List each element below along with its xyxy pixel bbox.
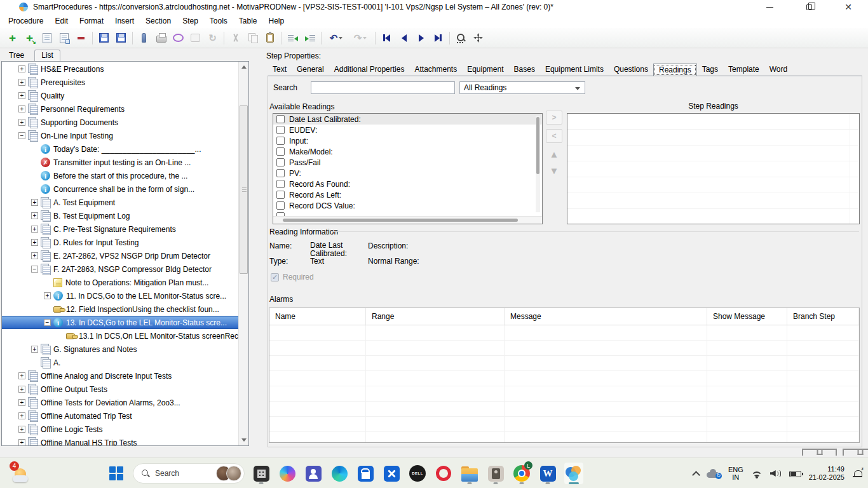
clock[interactable]: 11:49 21-02-2025: [809, 465, 844, 482]
tree-item[interactable]: +Offline Output Tests: [2, 383, 238, 396]
edge-button[interactable]: [330, 463, 349, 484]
move-down-button[interactable]: ▼: [546, 163, 562, 177]
add-step-button[interactable]: +: [4, 30, 21, 46]
notification-bell-icon[interactable]: z: [853, 470, 862, 478]
expand-icon[interactable]: +: [44, 292, 51, 299]
tree-item[interactable]: +D. Rules for Input Testing: [2, 236, 238, 249]
spellcheck-button[interactable]: [170, 30, 187, 46]
tab-template[interactable]: Template: [723, 64, 764, 76]
search-input[interactable]: [311, 81, 455, 94]
tree-item[interactable]: +Offline Tests for Deviation Alarms, 2oo…: [2, 396, 238, 409]
available-reading-row[interactable]: Make/Model:: [273, 146, 542, 157]
minimize-button[interactable]: [750, 0, 789, 14]
start-button[interactable]: [107, 463, 126, 484]
expand-icon[interactable]: +: [18, 386, 25, 393]
menu-step[interactable]: Step: [177, 15, 204, 27]
tree-item[interactable]: +Quality: [2, 89, 238, 102]
nav-next-button[interactable]: [412, 30, 430, 46]
copy-button[interactable]: [244, 30, 261, 46]
print-button[interactable]: [153, 30, 170, 46]
tab-readings[interactable]: Readings: [653, 64, 697, 76]
menu-section[interactable]: Section: [140, 15, 177, 27]
refresh-button[interactable]: ↻: [204, 30, 221, 46]
tree-item[interactable]: +Offline Manual HS Trip Tests: [2, 436, 238, 446]
nav-previous-button[interactable]: [395, 30, 412, 46]
available-hscrollbar-thumb[interactable]: [283, 219, 518, 222]
tab-equipment[interactable]: Equipment: [462, 64, 508, 76]
tree-item[interactable]: Transmitter input testing is an On-Line …: [2, 156, 238, 169]
tab-word[interactable]: Word: [764, 64, 792, 76]
reading-checkbox[interactable]: [276, 147, 285, 156]
outline-view-button[interactable]: [38, 30, 55, 46]
paste-button[interactable]: [261, 30, 278, 46]
menu-tools[interactable]: Tools: [204, 15, 233, 27]
alarms-column-header[interactable]: Range: [366, 308, 505, 325]
tree-item[interactable]: +B. Test Equipment Log: [2, 209, 238, 222]
alarms-column-header[interactable]: Name: [269, 308, 366, 325]
volume-icon[interactable]: [770, 469, 782, 478]
opera-button[interactable]: [434, 463, 453, 484]
reading-checkbox[interactable]: [276, 158, 285, 166]
reading-checkbox[interactable]: [276, 126, 285, 134]
reading-checkbox[interactable]: [276, 180, 285, 188]
restore-button[interactable]: [789, 0, 829, 14]
store-button[interactable]: [356, 463, 375, 484]
available-scrollbar-thumb[interactable]: [536, 117, 539, 174]
tree-item[interactable]: +Personnel Requirements: [2, 102, 238, 116]
tab-attachments[interactable]: Attachments: [409, 64, 462, 76]
tab-additional-properties[interactable]: Additional Properties: [329, 64, 410, 76]
tree-item[interactable]: +Offline Automated Trip Test: [2, 409, 238, 423]
expand-icon[interactable]: +: [31, 226, 38, 233]
tree-item[interactable]: +Offline Logic Tests: [2, 423, 238, 436]
tab-tree[interactable]: Tree: [3, 50, 31, 61]
expand-icon[interactable]: +: [18, 65, 25, 72]
expand-icon[interactable]: +: [18, 399, 25, 406]
available-reading-row[interactable]: Input:: [273, 135, 542, 146]
expand-icon[interactable]: +: [18, 372, 25, 379]
tree-item[interactable]: +E. 2AT-2862, VPS2 NSGP Drip Drum Detect…: [2, 249, 238, 262]
reading-checkbox[interactable]: [276, 137, 285, 145]
reading-checkbox[interactable]: [276, 191, 285, 199]
people-app-button[interactable]: [486, 463, 505, 484]
outdent-button[interactable]: [284, 30, 301, 46]
tree-item[interactable]: +Prerequisites: [2, 76, 238, 89]
tab-tags[interactable]: Tags: [697, 64, 723, 76]
chrome-button[interactable]: L: [512, 463, 531, 484]
tab-bases[interactable]: Bases: [509, 64, 540, 76]
taskbar-search[interactable]: Search: [133, 463, 245, 484]
grip-segment[interactable]: [843, 449, 868, 456]
available-reading-row[interactable]: EUDEV:: [273, 125, 542, 135]
expand-icon[interactable]: +: [31, 212, 38, 219]
alarms-column-header[interactable]: Message: [505, 308, 707, 325]
tree-item[interactable]: +Offline Analog and Discrete Input Tests: [2, 369, 238, 383]
move-up-button[interactable]: ▲: [546, 147, 562, 161]
reading-checkbox[interactable]: [276, 201, 285, 210]
expand-icon[interactable]: +: [18, 426, 25, 433]
tab-questions[interactable]: Questions: [609, 64, 653, 76]
tab-equipment-limits[interactable]: Equipment Limits: [540, 64, 609, 76]
teams-button[interactable]: [304, 463, 323, 484]
expand-icon[interactable]: +: [18, 92, 25, 99]
tab-text[interactable]: Text: [268, 64, 292, 76]
collapse-icon[interactable]: −: [31, 266, 38, 273]
available-reading-row[interactable]: Record As Found:: [273, 179, 542, 189]
close-button[interactable]: [829, 0, 868, 14]
dell-button[interactable]: DELL: [408, 463, 427, 484]
expand-icon[interactable]: +: [18, 119, 25, 126]
file-explorer-button[interactable]: [460, 463, 479, 484]
expand-icon[interactable]: +: [18, 105, 25, 112]
expand-icon[interactable]: +: [18, 412, 25, 419]
weather-widget[interactable]: 4: [9, 462, 34, 485]
available-reading-row[interactable]: Date Last Calibrated:: [273, 114, 542, 125]
tree-scrollbar[interactable]: [238, 62, 248, 445]
battery-icon[interactable]: [789, 471, 801, 477]
inactive-box-button[interactable]: [187, 30, 204, 46]
tree-item[interactable]: A.: [2, 356, 238, 369]
tree-item[interactable]: −13. In DCS,Go to the LEL Monitor-Status…: [2, 316, 238, 329]
tree-item[interactable]: Concurrence shall be in the form of sign…: [2, 182, 238, 196]
alarms-column-header[interactable]: Branch Step: [787, 308, 859, 325]
tree-item[interactable]: +A. Test Equipment: [2, 196, 238, 209]
available-reading-row[interactable]: Record DCS Value:: [273, 200, 542, 211]
reading-checkbox[interactable]: [276, 169, 285, 177]
tree-item[interactable]: +G. Signatures and Notes: [2, 342, 238, 356]
